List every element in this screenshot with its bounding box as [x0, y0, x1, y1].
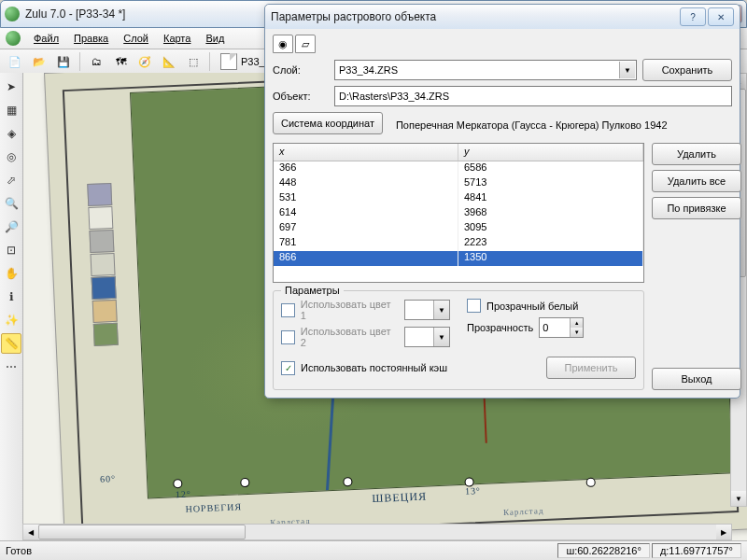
- menu-view[interactable]: Вид: [200, 31, 230, 46]
- cell-x: 697: [274, 221, 458, 236]
- col-x[interactable]: x: [274, 144, 458, 161]
- params-group: Параметры Использовать цвет 1 ▼ Использо…: [273, 290, 644, 390]
- use-color1-checkbox[interactable]: [281, 303, 295, 317]
- dialog-titlebar[interactable]: Параметры растрового объекта ? ✕: [265, 5, 740, 29]
- map-label-lat60: 60°: [100, 473, 116, 484]
- doc-sys-icon[interactable]: [6, 31, 21, 46]
- scroll-down-icon[interactable]: ▼: [731, 491, 746, 506]
- map-label-country2: ШВЕЦИЯ: [372, 490, 427, 507]
- tool-select-arrow-icon[interactable]: ⬀: [1, 170, 21, 190]
- spin-up-icon[interactable]: ▲: [570, 318, 583, 328]
- by-binding-button[interactable]: По привязке: [652, 197, 741, 219]
- scroll-h-thumb[interactable]: [38, 525, 246, 539]
- tool-layer1-icon[interactable]: 🗂: [85, 50, 107, 73]
- tool-info-icon[interactable]: ℹ: [1, 287, 21, 307]
- tool-select-poly-icon[interactable]: ◈: [1, 123, 21, 144]
- dialog-title: Параметры растрового объекта: [271, 10, 680, 23]
- cell-y: 3968: [458, 206, 643, 221]
- tool-select-rect-icon[interactable]: ▦: [1, 100, 21, 120]
- coords-table[interactable]: x y 366658644857135314841614396869730957…: [273, 143, 644, 283]
- map-label-lon13: 13°: [465, 485, 481, 497]
- tool-zoom-out-icon[interactable]: 🔎: [1, 217, 21, 237]
- app-icon: [5, 7, 20, 21]
- tool-ruler-icon[interactable]: 📏: [1, 333, 21, 354]
- use-color2-checkbox[interactable]: [281, 330, 295, 344]
- object-label: Объект:: [273, 91, 329, 102]
- color2-picker[interactable]: ▼: [404, 327, 450, 347]
- delete-all-button[interactable]: Удалить все: [652, 170, 741, 192]
- object-field[interactable]: D:\Rasters\P33_34.ZRS: [334, 86, 732, 106]
- tool-layer5-icon[interactable]: ⬚: [182, 50, 204, 73]
- cell-x: 781: [274, 236, 458, 251]
- layer-combo[interactable]: P33_34.ZRS ▼: [334, 60, 637, 80]
- use-color1-label: Использовать цвет 1: [301, 299, 399, 321]
- table-row[interactable]: 6143968: [274, 206, 643, 221]
- color1-picker[interactable]: ▼: [404, 300, 450, 320]
- scroll-right-icon[interactable]: ▶: [716, 525, 731, 539]
- delete-button[interactable]: Удалить: [652, 143, 741, 165]
- cell-y: 4841: [458, 191, 643, 206]
- transparent-white-label: Прозрачный белый: [486, 301, 578, 312]
- layer-value: P33_34.ZRS: [339, 64, 398, 76]
- cell-y: 1350: [458, 251, 643, 266]
- params-legend: Параметры: [281, 285, 344, 296]
- col-y[interactable]: y: [458, 144, 643, 161]
- tool-effects-icon[interactable]: ✨: [1, 310, 21, 330]
- cell-x: 448: [274, 176, 458, 191]
- tool-save-icon[interactable]: 💾: [52, 50, 75, 73]
- cell-x: 366: [274, 161, 458, 176]
- exit-button[interactable]: Выход: [652, 368, 741, 390]
- tool-misc-icon[interactable]: ⋯: [1, 357, 21, 377]
- status-lat: ш:60.26228216°: [557, 543, 650, 558]
- use-cache-label: Использовать постоянный кэш: [301, 362, 447, 373]
- dialog-close-button[interactable]: ✕: [708, 7, 734, 26]
- scroll-left-icon[interactable]: ◀: [23, 525, 38, 539]
- save-button[interactable]: Сохранить: [642, 59, 732, 81]
- menu-edit[interactable]: Правка: [68, 31, 114, 46]
- cell-y: 6586: [458, 161, 643, 176]
- cell-y: 5713: [458, 176, 643, 191]
- tool-layer2-icon[interactable]: 🗺: [109, 50, 132, 73]
- dialog-tab-general-icon[interactable]: ◉: [273, 35, 293, 53]
- apply-button[interactable]: Применить: [546, 357, 636, 379]
- table-row[interactable]: 8661350: [274, 251, 643, 266]
- transparent-white-checkbox[interactable]: [467, 299, 481, 313]
- table-row[interactable]: 4485713: [274, 176, 643, 191]
- document-icon: [220, 53, 237, 70]
- horizontal-scrollbar[interactable]: ◀ ▶: [22, 524, 732, 540]
- coord-system-button[interactable]: Система координат: [273, 112, 383, 134]
- transparency-value: 0: [543, 322, 548, 333]
- map-label-city2: Карлстад: [503, 506, 544, 517]
- projection-text: Поперечная Меркатора (Гаусса - Крюгера) …: [396, 117, 732, 131]
- menu-layer[interactable]: Слой: [118, 31, 154, 46]
- table-row[interactable]: 7812223: [274, 236, 643, 251]
- cell-y: 2223: [458, 236, 643, 251]
- transparency-input[interactable]: 0 ▲▼: [539, 317, 584, 338]
- tool-select-circle-icon[interactable]: ◎: [1, 147, 21, 167]
- table-row[interactable]: 5314841: [274, 191, 643, 206]
- transparency-label: Прозрачность: [467, 322, 533, 333]
- use-cache-checkbox[interactable]: ✓: [281, 361, 295, 375]
- spin-down-icon[interactable]: ▼: [570, 328, 583, 337]
- tool-open-icon[interactable]: 📂: [28, 50, 50, 73]
- tool-pointer-icon[interactable]: ➤: [1, 77, 21, 97]
- raster-params-dialog: Параметры растрового объекта ? ✕ ◉ ▱ Сло…: [264, 4, 740, 399]
- chevron-down-icon[interactable]: ▼: [619, 62, 635, 78]
- tool-new-icon[interactable]: 📄: [4, 50, 26, 73]
- map-label-lon12: 12°: [176, 489, 191, 500]
- tool-layer4-icon[interactable]: 📐: [158, 50, 180, 73]
- tool-zoom-box-icon[interactable]: ⊡: [1, 240, 21, 260]
- tool-layer3-icon[interactable]: 🧭: [134, 50, 156, 73]
- menu-file[interactable]: Файл: [28, 31, 64, 46]
- table-row[interactable]: 6973095: [274, 221, 643, 236]
- cell-x: 866: [274, 251, 458, 266]
- status-lon: д:11.69771757°: [652, 543, 741, 558]
- dialog-tab-bounds-icon[interactable]: ▱: [295, 35, 316, 53]
- table-row[interactable]: 3666586: [274, 161, 643, 176]
- dialog-help-button[interactable]: ?: [680, 7, 706, 26]
- cell-x: 531: [274, 191, 458, 206]
- tool-zoom-in-icon[interactable]: 🔍: [1, 193, 21, 214]
- tool-pan-icon[interactable]: ✋: [1, 263, 21, 284]
- status-ready: Готов: [6, 545, 557, 556]
- menu-map[interactable]: Карта: [158, 31, 196, 46]
